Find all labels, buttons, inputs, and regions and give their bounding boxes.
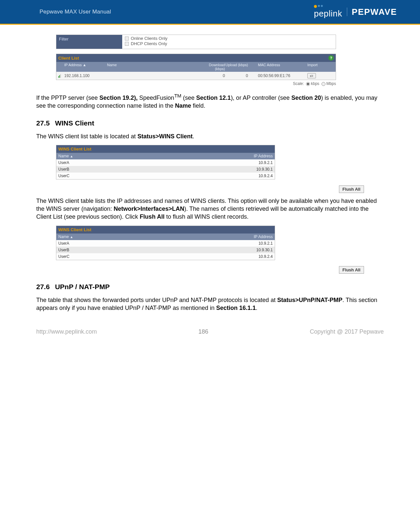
wins-col-name[interactable]: Name ▲ xyxy=(58,234,230,239)
col-name-header[interactable]: Name xyxy=(107,63,199,71)
wins-title: WINS Client List xyxy=(56,145,275,153)
col-import-header: Import xyxy=(307,63,334,71)
client-mac: 00:50:56:99:E1:76 xyxy=(248,73,307,78)
scale-label: Scale: xyxy=(293,81,304,86)
scale-control: Scale: kbps Mbps xyxy=(56,81,336,86)
import-button[interactable]: 🏷 xyxy=(307,73,316,78)
scale-kbps-radio[interactable] xyxy=(306,82,310,86)
filter-label: Filter xyxy=(56,35,122,49)
client-list-title: Client List xyxy=(58,56,79,61)
paragraph-pptp-note: If the PPTP server (see Section 19.2), S… xyxy=(36,93,384,110)
wins-row: UserB10.9.30.1 xyxy=(56,166,275,173)
tag-icon: 🏷 xyxy=(310,74,313,78)
client-ip: 192.168.1.100 xyxy=(64,73,107,78)
paragraph-upnp-description: The table that shows the forwarded ports… xyxy=(36,296,384,312)
wins-client-list-screenshot-1: WINS Client List Name ▲ IP Address UserA… xyxy=(56,145,275,179)
wins-title: WINS Client List xyxy=(56,226,275,233)
flush-all-button[interactable]: Flush All xyxy=(339,266,364,274)
manual-title: Pepwave MAX User Manual xyxy=(40,9,111,15)
flush-all-button[interactable]: Flush All xyxy=(339,185,364,193)
wins-col-name[interactable]: Name ▲ xyxy=(58,154,230,158)
col-upload-header: Upload (kbps) xyxy=(225,63,248,71)
scale-mbps-radio[interactable] xyxy=(322,82,325,86)
filter-dhcp-checkbox[interactable]: DHCP Clients Only xyxy=(125,41,333,46)
scale-mbps-label: Mbps xyxy=(326,81,336,86)
wins-row: UserA10.9.2.1 xyxy=(56,159,275,166)
signal-icon xyxy=(58,74,64,78)
section-275-heading: 27.5WINS Client xyxy=(36,119,384,127)
filter-dhcp-label: DHCP Clients Only xyxy=(131,41,167,46)
wins-row: UserB10.9.30.1 xyxy=(56,247,275,253)
client-upload: 0 xyxy=(225,73,248,78)
scale-kbps-label: kbps xyxy=(311,81,319,86)
footer-copyright: Copyright @ 2017 Pepwave xyxy=(310,328,384,335)
footer-url: http://www.peplink.com xyxy=(36,328,97,335)
wins-row: UserC10.9.2.4 xyxy=(56,173,275,179)
sort-asc-icon: ▲ xyxy=(70,235,73,239)
client-row: 192.168.1.100 0 0 00:50:56:99:E1:76 🏷 xyxy=(56,72,336,80)
brand-logo: peplink PEPWAVE xyxy=(314,5,397,19)
wins-col-ip: IP Address xyxy=(230,234,273,239)
paragraph-wins-description: The WINS client table lists the IP addre… xyxy=(36,197,384,221)
filter-online-checkbox[interactable]: Online Clients Only xyxy=(125,36,333,41)
page-footer: http://www.peplink.com 186 Copyright @ 2… xyxy=(36,328,384,335)
col-mac-header: MAC Address xyxy=(248,63,307,71)
sort-asc-icon: ▲ xyxy=(70,154,73,158)
brand-pepwave: PEPWAVE xyxy=(352,7,397,17)
wins-row: UserC10.9.2.4 xyxy=(56,253,275,260)
page-number: 186 xyxy=(198,328,208,335)
filter-online-label: Online Clients Only xyxy=(131,36,167,41)
col-download-header: Download (kbps) xyxy=(199,63,225,71)
wins-row: UserA10.9.2.1 xyxy=(56,240,275,247)
col-ip-header[interactable]: IP Address ▲ xyxy=(64,63,107,71)
client-list-screenshot: Filter Online Clients Only DHCP Clients … xyxy=(56,35,384,86)
help-icon[interactable]: ? xyxy=(328,55,334,61)
document-header: Pepwave MAX User Manual peplink PEPWAVE xyxy=(0,0,420,25)
client-download: 0 xyxy=(199,73,225,78)
wins-client-list-screenshot-2: WINS Client List Name ▲ IP Address UserA… xyxy=(56,226,275,260)
section-276-heading: 27.6UPnP / NAT-PMP xyxy=(36,283,384,291)
wins-col-ip: IP Address xyxy=(230,154,273,158)
paragraph-wins-location: The WINS client list table is located at… xyxy=(36,132,384,140)
brand-peplink: peplink xyxy=(314,9,342,19)
